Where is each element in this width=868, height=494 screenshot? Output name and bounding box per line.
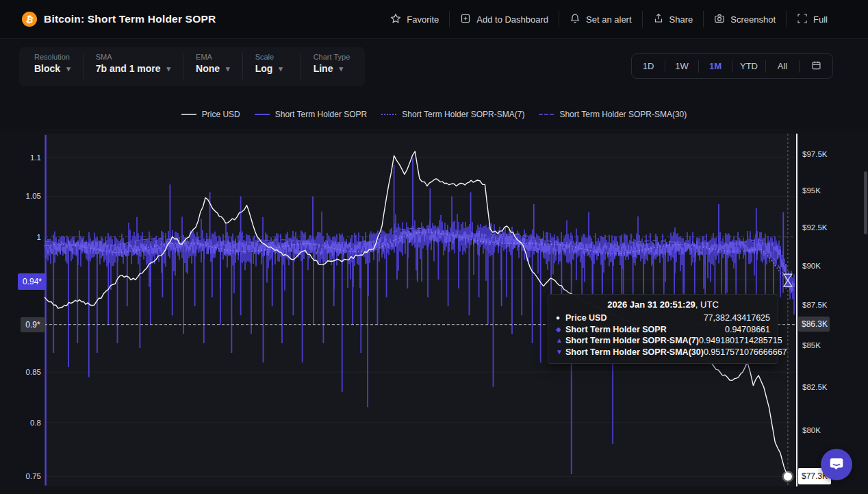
legend-swatch-1: [255, 114, 270, 115]
range-1m-button[interactable]: 1M: [699, 54, 732, 78]
dashboard-add-icon: [460, 13, 471, 26]
range-1w-button[interactable]: 1W: [665, 54, 698, 78]
chevron-down-icon: ▾: [339, 64, 343, 73]
y-axis-tick-left: 0.8: [11, 418, 41, 428]
divider: [83, 53, 84, 79]
y-axis-tick-right: $85K: [802, 341, 843, 350]
resolution-dropdown[interactable]: Resolution Block▾: [23, 47, 81, 86]
page-title: Bitcoin: Short Term Holder SOPR: [44, 13, 216, 25]
legend-item-sopr[interactable]: Short Term Holder SOPR: [255, 110, 368, 119]
ema-dropdown[interactable]: EMA None▾: [185, 47, 241, 86]
bell-icon: [570, 13, 580, 26]
ema-value: None: [196, 63, 220, 74]
fullscreen-label: Full: [813, 14, 828, 25]
share-label: Share: [669, 14, 693, 25]
resolution-label: Resolution: [34, 53, 71, 61]
chat-support-button[interactable]: [821, 449, 852, 480]
legend-item-sopr-sma30[interactable]: Short Term Holder SOPR-SMA(30): [539, 110, 687, 119]
crosshair-sopr-badge: 0.9*: [21, 317, 45, 332]
scrollbar-thumb[interactable]: [864, 171, 867, 234]
legend-label: Price USD: [202, 110, 240, 119]
chart-type-value: Line: [314, 63, 333, 74]
chart-controls-panel: Resolution Block▾ SMA 7b and 1 more▾ EMA…: [19, 47, 365, 86]
divider: [242, 53, 243, 79]
price-end-marker: [784, 472, 792, 480]
range-all-button[interactable]: All: [766, 54, 799, 78]
time-range-selector: 1D 1W 1M YTD All: [631, 53, 833, 79]
legend-swatch-3: [539, 114, 554, 115]
set-alert-button[interactable]: Set an alert: [559, 8, 642, 30]
sma-label: SMA: [96, 53, 170, 61]
y-axis-tick-left: 1: [11, 232, 41, 242]
chart-type-dropdown[interactable]: Chart Type Line▾: [303, 47, 361, 86]
add-to-dashboard-button[interactable]: Add to Dashboard: [450, 8, 559, 30]
chevron-down-icon: ▾: [279, 64, 283, 73]
legend-label: Short Term Holder SOPR: [275, 110, 368, 119]
tooltip-row-sopr: ◆ Short Term Holder SOPR 0.94708661: [556, 324, 770, 336]
y-axis-tick-left: 0.85: [11, 367, 41, 377]
fullscreen-icon: [797, 13, 808, 26]
y-axis-tick-right: $92.5K: [802, 223, 843, 232]
screenshot-label: Screenshot: [730, 14, 776, 25]
scale-dropdown[interactable]: Scale Log▾: [244, 47, 299, 86]
range-1d-button[interactable]: 1D: [632, 54, 665, 78]
tooltip-timestamp: 2026 Jan 31 20:51:29, UTC: [556, 299, 770, 310]
legend-swatch-0: [181, 114, 196, 115]
y-axis-tick-left: 0.75: [11, 471, 41, 481]
chart-type-label: Chart Type: [314, 53, 350, 61]
tooltip-row-marker-0: ●: [556, 312, 565, 324]
tooltip-row-price: ● Price USD 77,382.43417625: [556, 312, 770, 324]
star-icon: [390, 13, 401, 26]
share-icon: [653, 13, 664, 26]
header: ₿ Bitcoin: Short Term Holder SOPR Favori…: [0, 0, 868, 39]
range-ytd-button[interactable]: YTD: [732, 54, 765, 78]
chart-legend: Price USD Short Term Holder SOPR Short T…: [0, 108, 868, 121]
resolution-value: Block: [34, 63, 60, 74]
chart-area: CryptoQuant 0.94* 0.9* $86.3K $77.3K 202…: [0, 129, 868, 494]
share-button[interactable]: Share: [643, 8, 704, 30]
tooltip-row-marker-3: ▼: [556, 347, 565, 358]
y-axis-tick-right: $82.5K: [802, 382, 843, 392]
legend-label: Short Term Holder SOPR-SMA(7): [402, 110, 524, 119]
legend-item-sopr-sma7[interactable]: Short Term Holder SOPR-SMA(7): [381, 110, 524, 119]
y-axis-tick-left: 1.1: [11, 153, 41, 162]
legend-swatch-2: [381, 114, 396, 115]
bitcoin-icon: ₿: [22, 12, 37, 27]
tooltip-row-marker-1: ◆: [556, 324, 565, 336]
chart-tooltip: 2026 Jan 31 20:51:29, UTC ● Price USD 77…: [548, 294, 778, 364]
chevron-down-icon: ▾: [167, 64, 171, 73]
tooltip-row-sma7: ▲ Short Term Holder SOPR-SMA(7) 0.949180…: [556, 335, 770, 347]
legend-label: Short Term Holder SOPR-SMA(30): [559, 110, 687, 119]
add-to-dashboard-label: Add to Dashboard: [476, 14, 548, 25]
y-axis-tick-right: $87.5K: [802, 300, 843, 310]
set-alert-label: Set an alert: [586, 14, 632, 25]
screenshot-button[interactable]: Screenshot: [704, 8, 786, 30]
tooltip-row-marker-2: ▲: [556, 335, 565, 347]
camera-icon: [714, 13, 725, 26]
ema-label: EMA: [196, 53, 230, 61]
y-axis-tick-right: $80K: [802, 425, 843, 435]
y-axis-tick-right: $95K: [802, 186, 843, 195]
favorite-button[interactable]: Favorite: [380, 8, 449, 30]
chat-bubble-icon: [828, 455, 845, 475]
y-axis-tick-left: 1.05: [11, 191, 41, 201]
calendar-icon: [811, 60, 821, 73]
sma-value: 7b and 1 more: [96, 63, 161, 74]
crosshair-price-badge: $86.3K: [798, 317, 830, 332]
sma-dropdown[interactable]: SMA 7b and 1 more▾: [85, 47, 181, 86]
chevron-down-icon: ▾: [226, 64, 230, 73]
legend-item-price-usd[interactable]: Price USD: [181, 110, 240, 119]
divider: [183, 53, 183, 79]
chevron-down-icon: ▾: [66, 64, 71, 73]
custom-date-range-button[interactable]: [800, 54, 832, 78]
y-axis-tick-right: $97.5K: [802, 149, 843, 159]
divider: [301, 53, 301, 79]
fullscreen-button[interactable]: Full: [787, 8, 838, 30]
tooltip-row-sma30: ▼ Short Term Holder SOPR-SMA(30) 0.95175…: [556, 347, 770, 358]
scale-label: Scale: [255, 53, 288, 61]
y-axis-tick-right: $90K: [802, 261, 843, 271]
scale-value: Log: [255, 63, 273, 74]
sopr-last-value-badge: 0.94*: [18, 273, 47, 290]
favorite-label: Favorite: [407, 14, 439, 25]
